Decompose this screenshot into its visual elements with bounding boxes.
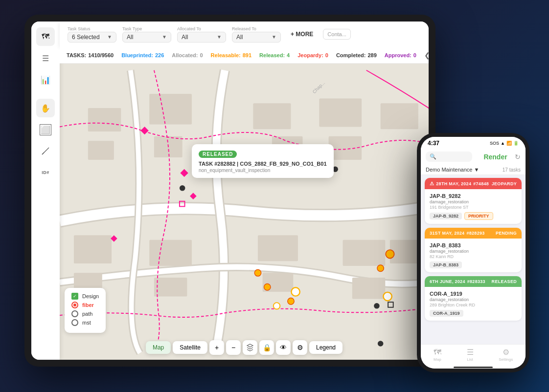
legend-path-icon	[71, 310, 78, 317]
card-sub-pending: damage_restoration	[430, 249, 517, 254]
released-to-arrow: ▼	[272, 34, 276, 40]
allocated-to-arrow: ▼	[217, 34, 222, 40]
visibility-btn[interactable]: 👁	[276, 340, 291, 355]
zoom-out-btn[interactable]: −	[226, 340, 241, 355]
task-type-filter[interactable]: All ▼	[122, 32, 171, 43]
card-title-released: COR-A_1919	[430, 291, 517, 297]
legend-mst-label: mst	[82, 320, 91, 326]
phone-nav-map[interactable]: 🗺 Map	[434, 348, 441, 362]
task-status-filter[interactable]: 6 Selected ▼	[68, 32, 116, 43]
phone-nav-map-label: Map	[434, 357, 441, 362]
released-to-group: Released To All ▼	[232, 26, 281, 43]
tooltip-title: TASK #282882 | COS_2882_FB_929_NO_CO1_B0…	[199, 161, 327, 167]
blueprinted-label: Blueprinted:	[121, 52, 153, 58]
card-id-released: #828333	[467, 279, 485, 284]
sidebar-item-hand[interactable]: ✋	[36, 99, 55, 117]
phone-filter-row: Demo Maintenance ▼ 17 tasks	[421, 165, 526, 175]
phone-nav-map-icon: 🗺	[434, 348, 441, 357]
phone-sos: SOS	[490, 141, 499, 146]
sidebar-item-measure[interactable]	[36, 142, 55, 160]
tablet: 🗺 ☰ 📊 ✋ ⬜	[24, 15, 435, 367]
tooltip-badge: RELEASED	[199, 151, 237, 158]
phone-card-jeopardy[interactable]: ⚠ 28TH MAY, 2024 #74848 JEOPARDY JAP-B_9…	[425, 178, 522, 224]
phone-nav-settings-icon: ⚙	[503, 348, 509, 357]
phone-nav-settings[interactable]: ⚙ Settings	[499, 348, 513, 362]
sidebar-item-map[interactable]: 🗺	[36, 27, 55, 46]
blueprinted-stat: Blueprinted: 226	[121, 52, 164, 58]
svg-point-31	[378, 341, 384, 347]
released-to-filter[interactable]: All ▼	[232, 32, 281, 43]
legend-mst: mst	[71, 319, 99, 326]
releasable-value: 891	[243, 52, 252, 58]
tasks-label: TASKS:	[67, 52, 86, 58]
tablet-screen: 🗺 ☰ 📊 ✋ ⬜	[31, 22, 429, 360]
card-tags-jeopardy: JAP-B_9282 PRIORITY	[430, 212, 517, 220]
svg-point-33	[264, 284, 270, 290]
card-title-pending: JAP-B_8383	[430, 242, 517, 248]
allocated-stat: Allocated: 0	[172, 52, 203, 58]
card-id-pending: #828293	[466, 231, 484, 236]
stats-collapse-btn[interactable]: ❮	[424, 51, 429, 59]
sidebar-item-chart[interactable]: 📊	[36, 70, 55, 89]
phone-card-released[interactable]: 6TH JUNE, 2024 #828333 RELEASED COR-A_19…	[425, 276, 522, 321]
legend-design: ✓ Design	[71, 293, 99, 300]
card-addr-pending: 82 Kann RD	[430, 254, 517, 259]
phone-bottom-nav: 🗺 Map ☰ List ⚙ Settings	[421, 344, 526, 367]
released-to-value: All	[236, 34, 269, 41]
svg-rect-5	[253, 103, 291, 129]
phone-search-input[interactable]: 🔍	[426, 152, 472, 162]
card-tag-id-jeopardy: JAP-B_9282	[430, 213, 462, 219]
map-btn[interactable]: Map	[146, 341, 171, 354]
layers-btn[interactable]	[243, 340, 257, 355]
svg-rect-12	[149, 240, 192, 266]
phone-nav-list[interactable]: ☰ List	[467, 348, 474, 362]
sidebar-item-select[interactable]: ⬜	[36, 120, 55, 139]
phone-battery: 🔋	[513, 141, 519, 146]
card-body-released: COR-A_1919 damage_restoration 289 Bright…	[425, 287, 522, 321]
card-sub-jeopardy: damage_restoration	[430, 199, 517, 204]
sidebar-item-id[interactable]: ID#	[36, 163, 55, 182]
svg-point-32	[254, 270, 261, 276]
released-value: 4	[287, 52, 290, 58]
card-header-released: 6TH JUNE, 2024 #828333 RELEASED	[425, 276, 522, 287]
approved-stat: Approved: 0	[385, 52, 416, 58]
sidebar-item-list[interactable]: ☰	[36, 49, 55, 67]
card-header-left-pending: 31ST MAY, 2024 #828293	[430, 231, 485, 236]
tooltip-subtitle: non_equipment_vault_inspection	[199, 168, 327, 173]
phone-filter-text[interactable]: Demo Maintenance ▼	[426, 167, 479, 173]
blueprinted-value: 226	[155, 52, 164, 58]
allocated-to-filter[interactable]: All ▼	[177, 32, 226, 43]
task-status-group: Task Status 6 Selected ▼	[68, 26, 116, 43]
allocated-to-label: Allocated To	[177, 26, 226, 31]
phone-signal: ▲	[501, 141, 505, 146]
card-header-pending: 31ST MAY, 2024 #828293 PENDING	[425, 228, 522, 239]
card-tags-pending: JAP-B_8383	[430, 261, 517, 268]
phone-card-pending[interactable]: 31ST MAY, 2024 #828293 PENDING JAP-B_838…	[425, 228, 522, 272]
lock-btn[interactable]: 🔒	[259, 340, 274, 355]
map-controls: Map Satellite + − 🔒 👁 ⚙ Legend	[146, 340, 343, 355]
legend-mst-icon	[71, 319, 78, 326]
phone: 4:37 SOS ▲ 📶 🔋 🔍 Render ↻	[417, 133, 529, 372]
refresh-icon[interactable]: ↻	[515, 153, 521, 161]
svg-point-36	[386, 250, 394, 258]
map-area[interactable]: Chap... RELEASED TASK #282882 | COS_2882…	[60, 64, 429, 360]
zoom-in-btn[interactable]: +	[209, 340, 224, 355]
more-button[interactable]: + MORE	[287, 29, 317, 40]
contact-field[interactable]: Conta...	[323, 29, 351, 40]
svg-point-39	[383, 292, 391, 301]
legend-path: path	[71, 310, 99, 317]
card-tag-id-released: COR-A_1919	[430, 310, 463, 317]
legend-btn[interactable]: Legend	[309, 341, 343, 354]
card-header-jeopardy: ⚠ 28TH MAY, 2024 #74848 JEOPARDY	[425, 178, 522, 189]
satellite-btn[interactable]: Satellite	[173, 341, 207, 354]
svg-point-35	[377, 265, 384, 271]
svg-rect-3	[149, 94, 192, 125]
svg-rect-16	[343, 240, 386, 266]
map-svg: Chap...	[60, 64, 429, 360]
svg-rect-10	[74, 235, 112, 263]
legend-fiber-icon	[71, 302, 78, 308]
svg-point-28	[180, 185, 185, 191]
card-date-jeopardy: 28TH MAY, 2024	[436, 181, 471, 186]
settings-gear-btn[interactable]: ⚙	[293, 340, 307, 355]
tasks-value: 1410/9560	[88, 52, 114, 58]
